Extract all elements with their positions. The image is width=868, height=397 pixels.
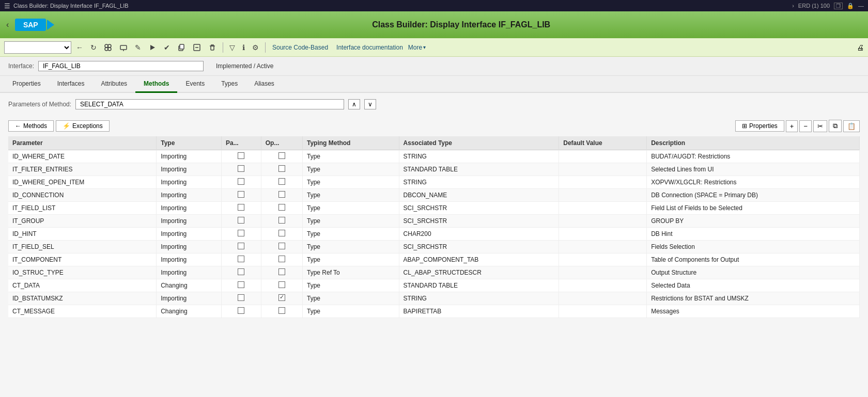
table-header: Parameter Type Pa... Op... Typing Method… bbox=[8, 136, 860, 150]
table-row[interactable]: IT_FIELD_SEL Importing Type SCI_SRCHSTR … bbox=[8, 241, 860, 253]
activate-button[interactable] bbox=[146, 42, 159, 53]
col-associated-type: Associated Type bbox=[399, 136, 559, 150]
cell-pa[interactable] bbox=[221, 253, 261, 266]
exceptions-button[interactable]: ⚡ Exceptions bbox=[56, 120, 110, 132]
cell-op[interactable] bbox=[261, 305, 302, 318]
params-method-input[interactable] bbox=[75, 99, 344, 109]
tab-aliases[interactable]: Aliases bbox=[246, 76, 283, 93]
tab-properties[interactable]: Properties bbox=[4, 76, 49, 93]
cell-op[interactable] bbox=[261, 176, 302, 189]
interface-doc-button[interactable]: Interface documentation bbox=[333, 43, 406, 52]
table-row[interactable]: ID_HINT Importing Type CHAR200 DB Hint bbox=[8, 228, 860, 241]
title-bar: ☰ Class Builder: Display Interface IF_FA… bbox=[0, 0, 868, 11]
properties-button[interactable]: ⊞ Properties bbox=[735, 120, 784, 132]
col-type: Type bbox=[157, 136, 222, 150]
cell-op[interactable] bbox=[261, 189, 302, 202]
cell-default-value bbox=[559, 215, 647, 228]
add-row-button[interactable]: + bbox=[786, 120, 798, 132]
tab-types[interactable]: Types bbox=[213, 76, 246, 93]
col-description: Description bbox=[647, 136, 860, 150]
minimize-icon[interactable]: — bbox=[858, 3, 864, 9]
cell-typing-method: Type bbox=[302, 241, 399, 253]
params-nav-down[interactable]: ∨ bbox=[364, 99, 376, 109]
tab-attributes[interactable]: Attributes bbox=[92, 76, 135, 93]
source-code-button[interactable]: Source Code-Based bbox=[269, 43, 331, 52]
table-row[interactable]: IT_COMPONENT Importing Type ABAP_COMPONE… bbox=[8, 253, 860, 266]
cell-pa[interactable] bbox=[221, 228, 261, 241]
check-button[interactable]: ✔ bbox=[161, 42, 173, 53]
object-browser-button[interactable] bbox=[101, 42, 115, 53]
cell-pa[interactable] bbox=[221, 266, 261, 279]
settings-button[interactable]: ⚙ bbox=[250, 42, 261, 53]
display-button[interactable] bbox=[117, 42, 130, 53]
edit-button[interactable]: ✎ bbox=[132, 42, 144, 53]
cell-op[interactable] bbox=[261, 253, 302, 266]
cut-button[interactable]: ✂ bbox=[813, 120, 827, 132]
back-button[interactable]: ← bbox=[73, 42, 86, 53]
paste-button[interactable]: 📋 bbox=[843, 120, 860, 132]
toolbar-dropdown[interactable] bbox=[4, 41, 71, 54]
cell-pa[interactable] bbox=[221, 150, 261, 163]
cell-pa[interactable] bbox=[221, 176, 261, 189]
table-row[interactable]: IO_STRUC_TYPE Importing Type Ref To CL_A… bbox=[8, 266, 860, 279]
params-nav-up[interactable]: ∧ bbox=[348, 99, 360, 109]
copy-from-button[interactable] bbox=[175, 42, 188, 53]
remove-row-button[interactable]: − bbox=[799, 120, 812, 132]
restore-icon[interactable]: ❐ bbox=[834, 3, 843, 9]
cell-pa[interactable] bbox=[221, 241, 261, 253]
parameters-table: Parameter Type Pa... Op... Typing Method… bbox=[8, 136, 860, 318]
cell-op[interactable] bbox=[261, 228, 302, 241]
rename-button[interactable] bbox=[190, 42, 204, 53]
cell-description: Selected Data bbox=[647, 279, 860, 292]
cell-type: Importing bbox=[157, 163, 222, 176]
cell-op[interactable] bbox=[261, 150, 302, 163]
interface-label: Interface: bbox=[8, 62, 34, 70]
info-button[interactable]: ℹ bbox=[240, 42, 247, 53]
methods-button[interactable]: ← Methods bbox=[8, 120, 54, 132]
delete-button[interactable] bbox=[206, 42, 219, 53]
cell-op[interactable] bbox=[261, 202, 302, 215]
cell-pa[interactable] bbox=[221, 163, 261, 176]
cell-pa[interactable] bbox=[221, 305, 261, 318]
cell-type: Importing bbox=[157, 292, 222, 305]
table-row[interactable]: ID_WHERE_DATE Importing Type STRING BUDA… bbox=[8, 150, 860, 163]
tab-events[interactable]: Events bbox=[177, 76, 213, 93]
table-row[interactable]: IT_FIELD_LIST Importing Type SCI_SRCHSTR… bbox=[8, 202, 860, 215]
cell-pa[interactable] bbox=[221, 189, 261, 202]
cell-typing-method: Type bbox=[302, 253, 399, 266]
cell-description: XOPVW/XLGCLR: Restrictions bbox=[647, 176, 860, 189]
cell-pa[interactable] bbox=[221, 279, 261, 292]
cell-pa[interactable] bbox=[221, 292, 261, 305]
back-button[interactable]: ‹ bbox=[6, 20, 9, 29]
copy-button[interactable]: ⧉ bbox=[829, 120, 842, 132]
cell-default-value bbox=[559, 266, 647, 279]
cell-op[interactable] bbox=[261, 266, 302, 279]
print-button[interactable]: 🖨 bbox=[857, 43, 864, 52]
cell-op[interactable] bbox=[261, 279, 302, 292]
table-row[interactable]: CT_MESSAGE Changing Type BAPIRETTAB Mess… bbox=[8, 305, 860, 318]
table-row[interactable]: ID_WHERE_OPEN_ITEM Importing Type STRING… bbox=[8, 176, 860, 189]
interface-info: Interface: IF_FAGL_LIB Implemented / Act… bbox=[0, 57, 868, 76]
refresh-button[interactable]: ↻ bbox=[88, 42, 99, 53]
hamburger-icon[interactable]: ☰ bbox=[4, 2, 10, 10]
cell-typing-method: Type bbox=[302, 202, 399, 215]
table-row[interactable]: CT_DATA Changing Type STANDARD TABLE Sel… bbox=[8, 279, 860, 292]
cell-op[interactable] bbox=[261, 163, 302, 176]
lock-icon[interactable]: 🔒 bbox=[847, 3, 854, 9]
more-button[interactable]: More ▾ bbox=[408, 44, 426, 51]
cell-op[interactable] bbox=[261, 292, 302, 305]
cell-description: Selected Lines from UI bbox=[647, 163, 860, 176]
table-row[interactable]: IT_GROUP Importing Type SCI_SRCHSTR GROU… bbox=[8, 215, 860, 228]
table-row[interactable]: ID_BSTATUMSKZ Importing Type STRING Rest… bbox=[8, 292, 860, 305]
cell-pa[interactable] bbox=[221, 215, 261, 228]
tab-methods[interactable]: Methods bbox=[135, 76, 177, 93]
cell-pa[interactable] bbox=[221, 202, 261, 215]
filter-button[interactable]: ▽ bbox=[227, 42, 238, 53]
tab-interfaces[interactable]: Interfaces bbox=[49, 76, 93, 93]
erd-label: ERD (1) 100 bbox=[798, 3, 830, 9]
cell-parameter: ID_HINT bbox=[8, 228, 157, 241]
table-row[interactable]: IT_FILTER_ENTRIES Importing Type STANDAR… bbox=[8, 163, 860, 176]
cell-op[interactable] bbox=[261, 215, 302, 228]
table-row[interactable]: ID_CONNECTION Importing Type DBCON_NAME … bbox=[8, 189, 860, 202]
cell-op[interactable] bbox=[261, 241, 302, 253]
